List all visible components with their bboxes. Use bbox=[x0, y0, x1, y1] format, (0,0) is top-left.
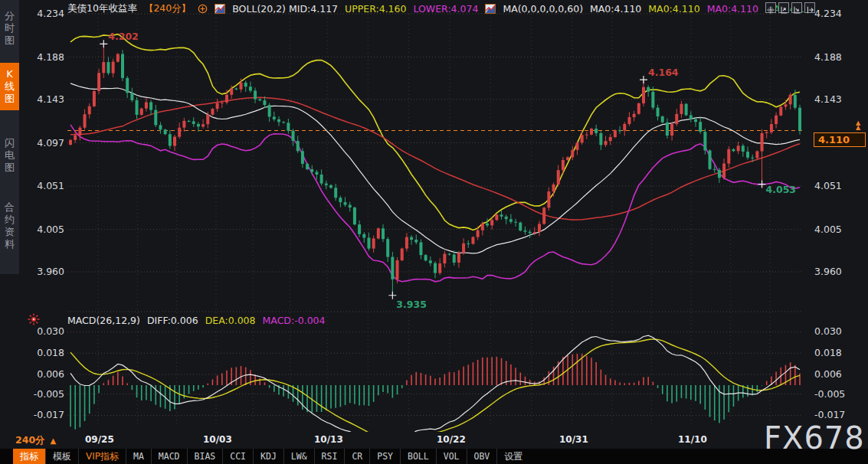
toolbar-item-设置[interactable]: 设置 bbox=[496, 449, 529, 464]
x-axis-date-label: 11/10 bbox=[678, 434, 707, 445]
y-axis-label-right: 4.143 bbox=[814, 93, 842, 105]
chart-header: 美债10年收益率 【240分】 BOLL(20,2) MID:4.117 UPP… bbox=[67, 2, 804, 15]
toolbar-item-KDJ[interactable]: KDJ bbox=[253, 449, 283, 464]
y-axis-label-left: 4.005 bbox=[28, 224, 64, 235]
timeframe-selector[interactable]: 240分 ▲ bbox=[15, 434, 56, 447]
macd-axis-label-right: -0.005 bbox=[814, 388, 845, 400]
toolbar-item-VIP指标[interactable]: VIP指标 bbox=[78, 449, 126, 464]
y-axis-label-left: 4.097 bbox=[28, 137, 64, 149]
macd-axis-label-left: 0.030 bbox=[28, 325, 64, 337]
bottom-toolbar: 指标模板VIP指标MAMACDBIASCCIKDJLW&RSICRPSYBOLL… bbox=[0, 449, 868, 464]
toolbar-item-PSY[interactable]: PSY bbox=[369, 449, 400, 464]
x-axis-date-label: 10/03 bbox=[203, 434, 232, 445]
timeframe-arrow-icon: ▲ bbox=[51, 436, 57, 445]
toolbar-item-LW&[interactable]: LW& bbox=[283, 449, 314, 464]
x-axis-date-label: 09/25 bbox=[85, 434, 114, 445]
x-axis-date-label: 10/22 bbox=[437, 434, 466, 445]
toolbar-item-BIAS[interactable]: BIAS bbox=[187, 449, 223, 464]
ma0-yellow-label: MA0:4.110 bbox=[648, 3, 699, 15]
toolbar-item-RSI[interactable]: RSI bbox=[314, 449, 345, 464]
watermark: FX678 bbox=[764, 420, 865, 456]
toolbar-item-OBV[interactable]: OBV bbox=[467, 449, 497, 464]
macd-axis-label-right: 0.006 bbox=[814, 368, 842, 380]
sidebar-tab-1[interactable]: 分时图 bbox=[0, 5, 19, 52]
boll-lower-label: LOWER:4.074 bbox=[413, 3, 478, 15]
macd-value-label: MACD:-0.004 bbox=[263, 315, 326, 326]
x-axis-date-label: 10/31 bbox=[559, 434, 588, 445]
toolbar-item-指标[interactable]: 指标 bbox=[13, 449, 45, 464]
timeframe-text: 240分 bbox=[15, 434, 45, 447]
indicator-chart-icon[interactable] bbox=[215, 4, 225, 14]
toolbar-item-VOL[interactable]: VOL bbox=[436, 449, 467, 464]
toolbar-item-MACD[interactable]: MACD bbox=[151, 449, 187, 464]
pan-crosshair-icon[interactable] bbox=[765, 2, 776, 13]
add-indicator-icon[interactable] bbox=[198, 4, 208, 14]
macd-axis-label-left: 0.018 bbox=[28, 347, 64, 358]
high-price-annotation: 4.164 bbox=[648, 67, 679, 78]
boll-upper-label: UPPER:4.160 bbox=[345, 3, 406, 15]
y-axis-label-left: 3.960 bbox=[28, 266, 64, 277]
y-axis-label-left: 4.234 bbox=[28, 8, 64, 19]
ma0-white-label: MA0:4.110 bbox=[590, 3, 641, 15]
y-axis-label-left: 4.188 bbox=[28, 51, 64, 63]
y-axis-label-right: 3.960 bbox=[814, 266, 842, 277]
toolbar-item-MA[interactable]: MA bbox=[126, 449, 151, 464]
x-axis-date-label: 10/13 bbox=[314, 434, 343, 445]
shift-right-icon[interactable] bbox=[804, 2, 815, 13]
y-axis-label-right: 4.188 bbox=[814, 51, 842, 63]
macd-axis-label-left: -0.017 bbox=[28, 409, 64, 420]
ma-label: MA(0,0,0,0,0,60) bbox=[503, 3, 583, 15]
current-price-tag: 4.110 bbox=[814, 132, 866, 147]
axis-zoom-up-icon[interactable] bbox=[778, 2, 789, 13]
sidebar-tab-4[interactable]: 合约资料 bbox=[0, 196, 19, 256]
trading-app: 4.2024.1643.9354.0534.2344.2344.1884.188… bbox=[0, 0, 868, 464]
window-icons bbox=[765, 2, 815, 13]
macd-header: MACD(26,12,9) DIFF:0.006 DEA:0.008 MACD:… bbox=[67, 315, 326, 326]
macd-axis-label-right: -0.017 bbox=[814, 409, 845, 420]
y-axis-label-right: 4.051 bbox=[814, 180, 842, 191]
ma0-magenta-label: MA0:4.110 bbox=[707, 3, 758, 15]
indicator-chart-icon[interactable] bbox=[485, 4, 496, 14]
y-axis-label-left: 4.143 bbox=[28, 93, 64, 105]
y-axis-label-right: 4.234 bbox=[814, 8, 842, 19]
boll-label: BOLL(20,2) MID:4.117 bbox=[232, 3, 338, 15]
toolbar-item-CR[interactable]: CR bbox=[344, 449, 369, 464]
current-price-value: 4.110 bbox=[818, 134, 850, 145]
macd-diff-label: DIFF:0.006 bbox=[147, 315, 198, 326]
macd-params-label: MACD(26,12,9) bbox=[67, 315, 140, 326]
macd-dea-label: DEA:0.008 bbox=[205, 315, 256, 326]
y-axis-label-right: 4.005 bbox=[814, 224, 842, 235]
axis-zoom-right-icon[interactable] bbox=[791, 2, 802, 13]
sidebar-tab-3[interactable]: 闪电图 bbox=[0, 132, 19, 179]
period-badge[interactable]: 【240分】 bbox=[144, 2, 191, 15]
macd-axis-label-left: -0.005 bbox=[28, 388, 64, 400]
toolbar-item-模板[interactable]: 模板 bbox=[45, 449, 78, 464]
y-axis-label-left: 4.051 bbox=[28, 180, 64, 191]
sidebar-tab-2[interactable]: K线图 bbox=[0, 63, 19, 110]
toolbar-item-BOLL[interactable]: BOLL bbox=[400, 449, 436, 464]
low-price-annotation: 4.053 bbox=[766, 184, 797, 195]
alert-flash-icon bbox=[27, 312, 41, 326]
high-price-annotation: 4.202 bbox=[108, 31, 139, 42]
macd-axis-label-left: 0.006 bbox=[28, 368, 64, 380]
instrument-title: 美债10年收益率 bbox=[67, 2, 137, 15]
low-price-annotation: 3.935 bbox=[396, 299, 427, 310]
scroll-to-latest-arrow[interactable]: ▲▲ bbox=[856, 121, 860, 130]
sidebar: 分时图K线图闪电图合约资料 bbox=[0, 0, 19, 274]
macd-axis-label-right: 0.030 bbox=[814, 325, 842, 337]
main-chart[interactable] bbox=[0, 0, 868, 464]
macd-axis-label-right: 0.018 bbox=[814, 347, 842, 358]
toolbar-item-CCI[interactable]: CCI bbox=[222, 449, 253, 464]
